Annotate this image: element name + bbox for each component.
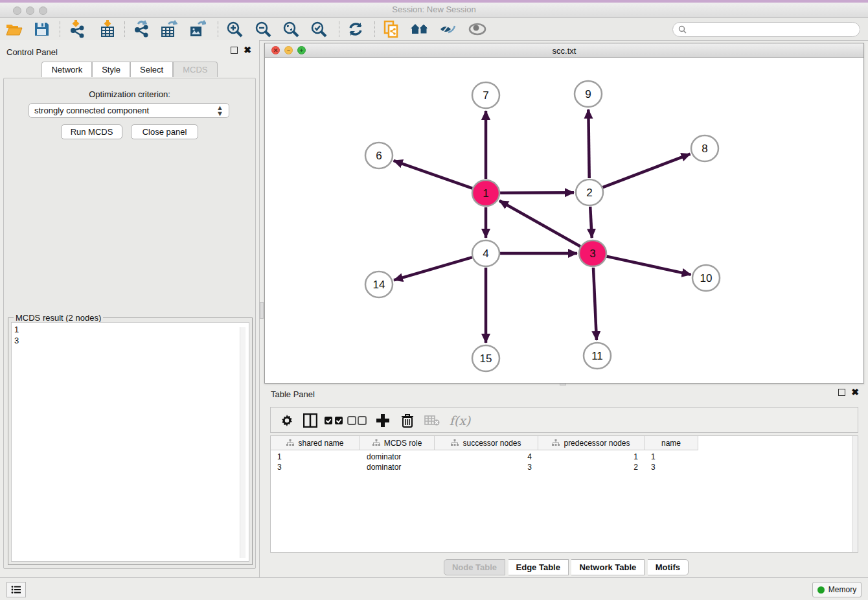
cell-mcds-role: dominator — [360, 462, 435, 473]
toolbar-separator — [339, 21, 339, 37]
graph-node-11[interactable]: 11 — [584, 343, 611, 369]
graph-edge-3-1[interactable] — [499, 201, 580, 246]
column-header-predecessor-nodes[interactable]: predecessor nodes — [538, 436, 645, 450]
mcds-result-title: MCDS result (2 nodes) — [14, 313, 103, 323]
cell-mcds-role: dominator — [360, 452, 435, 463]
export-image-icon[interactable] — [187, 20, 208, 38]
tab-select[interactable]: Select — [130, 62, 173, 77]
unchecked-checkboxes-icon[interactable] — [347, 411, 367, 430]
graph-edge-2-9[interactable] — [588, 110, 589, 178]
cell-successor-nodes: 4 — [435, 452, 538, 463]
visual-style-eye-icon[interactable] — [438, 20, 459, 38]
vertical-splitter-handle[interactable] — [260, 302, 264, 319]
zoom-in-icon[interactable] — [224, 20, 245, 38]
graph-node-3[interactable]: 3 — [579, 240, 606, 266]
node-table[interactable]: shared name MCDS role successor nodes pr… — [270, 435, 858, 553]
open-folder-icon[interactable] — [4, 20, 25, 38]
graph-node-1[interactable]: 1 — [472, 180, 499, 206]
function-builder-icon[interactable]: f(x) — [447, 411, 473, 430]
network-window-titlebar[interactable]: ✕ − + scc.txt — [265, 43, 863, 58]
close-panel-icon[interactable]: ✖ — [851, 389, 859, 396]
mcds-result-textarea[interactable]: 1 3 — [11, 322, 249, 562]
column-header-shared-name[interactable]: shared name — [271, 436, 360, 450]
table-row[interactable]: 1 dominator 4 1 1 — [271, 452, 852, 463]
criterion-value: strongly connected component — [34, 106, 149, 115]
column-header-mcds-role[interactable]: MCDS role — [360, 436, 435, 450]
criterion-dropdown[interactable]: strongly connected component ▲▼ — [29, 103, 229, 118]
checked-checkboxes-icon[interactable] — [324, 411, 343, 430]
search-input[interactable] — [690, 25, 860, 34]
refresh-layout-icon[interactable] — [345, 20, 366, 38]
graph-edge-1-6[interactable] — [394, 161, 473, 189]
memory-button[interactable]: Memory — [812, 582, 862, 597]
memory-label: Memory — [828, 585, 856, 594]
cell-predecessor-nodes: 1 — [538, 452, 645, 463]
graph-node-14[interactable]: 14 — [365, 271, 393, 297]
add-column-icon[interactable] — [373, 411, 393, 430]
tab-network-table[interactable]: Network Table — [571, 559, 645, 575]
cell-shared-name: 1 — [271, 452, 360, 463]
graph-node-10[interactable]: 10 — [692, 265, 720, 291]
table-header-row: shared name MCDS role successor nodes pr… — [271, 436, 852, 450]
zoom-selected-icon[interactable] — [308, 20, 329, 38]
close-panel-icon[interactable]: ✖ — [244, 47, 251, 54]
control-panel-buttons: ✖ — [231, 47, 251, 54]
control-panel: Control Panel ✖ Network Style Select MCD… — [0, 40, 260, 577]
zoom-fit-icon[interactable] — [280, 20, 301, 38]
toolbar-separator — [374, 21, 375, 37]
reset-home-icon[interactable] — [409, 20, 430, 38]
node-label: 9 — [585, 88, 591, 100]
result-scrollbar[interactable] — [240, 327, 246, 558]
graph-node-9[interactable]: 9 — [575, 81, 602, 107]
save-session-icon[interactable] — [31, 20, 52, 38]
import-network-icon[interactable] — [67, 20, 88, 38]
tab-motifs[interactable]: Motifs — [648, 559, 689, 575]
graph-edge-2-3[interactable] — [590, 207, 592, 238]
close-panel-button[interactable]: Close panel — [131, 124, 198, 139]
graph-edge-3-10[interactable] — [606, 257, 691, 275]
column-header-name[interactable]: name — [645, 436, 698, 450]
delete-column-trash-icon[interactable] — [398, 411, 417, 430]
delete-table-icon[interactable] — [422, 411, 442, 430]
table-scrollbar[interactable] — [852, 436, 858, 552]
tab-style[interactable]: Style — [92, 62, 130, 77]
graph-edge-1-2[interactable] — [500, 192, 574, 193]
tab-mcds[interactable]: MCDS — [173, 62, 217, 77]
graph-edge-2-8[interactable] — [603, 154, 691, 188]
show-hide-eye-icon[interactable] — [467, 20, 488, 38]
node-label: 1 — [483, 187, 488, 200]
split-columns-icon[interactable] — [301, 411, 320, 430]
run-mcds-button[interactable]: Run MCDS — [61, 124, 122, 139]
graph-edge-3-11[interactable] — [593, 268, 597, 340]
node-label: 7 — [483, 89, 488, 102]
graph-node-6[interactable]: 6 — [365, 143, 393, 168]
export-table-icon[interactable] — [159, 20, 179, 38]
float-panel-icon[interactable] — [231, 47, 238, 54]
column-header-successor-nodes[interactable]: successor nodes — [435, 436, 538, 450]
clone-network-icon[interactable] — [382, 20, 402, 38]
window-titlebar: Session: New Session — [0, 0, 868, 18]
graph-edge-4-14[interactable] — [394, 257, 472, 280]
graph-node-15[interactable]: 15 — [472, 345, 499, 371]
tab-node-table[interactable]: Node Table — [444, 559, 505, 575]
graph-node-4[interactable]: 4 — [472, 240, 499, 266]
table-tabs: Node Table Edge Table Network Table Moti… — [264, 559, 868, 575]
export-network-icon[interactable] — [131, 20, 152, 38]
import-table-icon[interactable] — [97, 20, 118, 38]
graph-node-8[interactable]: 8 — [691, 135, 718, 161]
graph-node-7[interactable]: 7 — [472, 82, 499, 108]
column-type-icon — [286, 439, 294, 446]
float-panel-icon[interactable] — [838, 389, 845, 396]
network-canvas[interactable]: 1234678910111415 — [265, 58, 863, 383]
zoom-out-icon[interactable] — [253, 20, 273, 38]
table-row[interactable]: 3 dominator 3 2 3 — [271, 462, 852, 473]
tab-edge-table[interactable]: Edge Table — [508, 559, 569, 575]
tab-network[interactable]: Network — [41, 62, 92, 77]
table-panel: Table Panel ✖ f(x) — [264, 386, 868, 577]
result-line: 1 — [14, 324, 246, 335]
gear-icon[interactable] — [277, 411, 297, 430]
graph-node-2[interactable]: 2 — [576, 179, 603, 205]
node-label: 6 — [376, 150, 382, 162]
task-history-button[interactable] — [6, 582, 26, 597]
search-field[interactable] — [672, 22, 860, 37]
